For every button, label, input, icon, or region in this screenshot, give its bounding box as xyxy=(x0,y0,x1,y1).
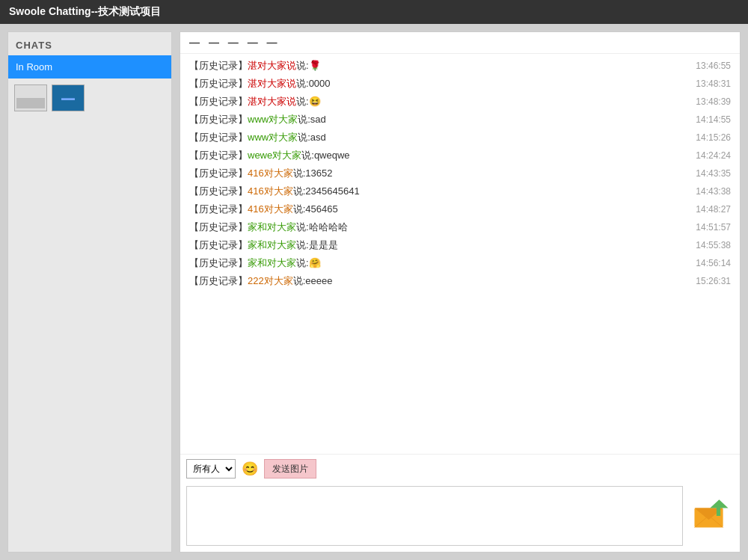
msg-content: 🤗 xyxy=(309,257,321,268)
message-text: 【历史记录】wewe对大家说:qweqwe xyxy=(189,149,681,162)
send-button[interactable] xyxy=(689,486,734,546)
message-time: 14:14:55 xyxy=(696,114,731,125)
send-image-label: 发送图片 xyxy=(272,464,308,474)
msg-sender: 湛对大家说 xyxy=(248,60,296,71)
message-time: 14:15:26 xyxy=(696,132,731,143)
msg-sender: 416对大家 xyxy=(248,203,293,215)
msg-content: qweqwe xyxy=(314,150,350,161)
send-envelope-icon xyxy=(692,496,731,535)
sidebar: CHATS In Room ▬▬ xyxy=(7,31,172,553)
message-text: 【历史记录】湛对大家说说:0000 xyxy=(189,77,681,90)
message-input[interactable] xyxy=(186,486,683,546)
send-image-button[interactable]: 发送图片 xyxy=(264,459,316,479)
message-text: 【历史记录】www对大家说:sad xyxy=(189,113,681,126)
msg-verb: 说: xyxy=(296,257,309,268)
message-row: 【历史记录】222对大家说:eeeee15:26:31 xyxy=(189,272,731,290)
msg-verb: 说: xyxy=(296,60,309,71)
message-time: 14:43:38 xyxy=(696,186,731,197)
message-time: 13:46:55 xyxy=(696,61,731,71)
msg-verb: 说: xyxy=(293,167,306,179)
msg-prefix: 【历史记录】 xyxy=(189,185,248,197)
msg-sender: www对大家 xyxy=(248,114,298,125)
titlebar: Swoole Chatting--技术测试项目 xyxy=(0,0,748,24)
messages-area[interactable]: 【历史记录】湛对大家说说:🌹13:46:55【历史记录】湛对大家说说:00001… xyxy=(180,54,740,454)
toolbar-row: 所有人 😊 发送图片 xyxy=(180,454,740,483)
msg-content: 13652 xyxy=(305,167,332,179)
msg-content: asd xyxy=(310,132,326,143)
msg-sender: 湛对大家说 xyxy=(248,96,296,107)
chat-header: — — — — — xyxy=(180,32,740,54)
msg-verb: 说: xyxy=(293,185,306,197)
emoji-button[interactable]: 😊 xyxy=(240,459,260,479)
emoji-icon: 😊 xyxy=(242,461,258,477)
message-row: 【历史记录】wewe对大家说:qweqwe14:24:24 xyxy=(189,147,731,164)
msg-prefix: 【历史记录】 xyxy=(189,167,248,179)
recipient-select[interactable]: 所有人 xyxy=(186,459,236,479)
msg-content: eeeee xyxy=(305,275,332,286)
msg-content: 😆 xyxy=(309,96,321,107)
message-text: 【历史记录】222对大家说:eeeee xyxy=(189,274,681,288)
room-thumb-1[interactable] xyxy=(14,84,47,111)
msg-verb: 说: xyxy=(298,132,310,143)
message-text: 【历史记录】416对大家说:13652 xyxy=(189,167,681,180)
msg-verb: 说: xyxy=(296,239,309,250)
message-text: 【历史记录】416对大家说:2345645641 xyxy=(189,185,681,198)
room-thumb-2[interactable]: ▬▬ xyxy=(52,84,85,111)
chat-panel: — — — — — 【历史记录】湛对大家说说:🌹13:46:55【历史记录】湛对… xyxy=(180,31,741,553)
msg-content: sad xyxy=(310,114,326,125)
msg-sender: 416对大家 xyxy=(248,167,293,179)
message-text: 【历史记录】家和对大家说:哈哈哈哈 xyxy=(189,221,681,234)
message-row: 【历史记录】416对大家说:234564564114:43:38 xyxy=(189,182,731,200)
message-text: 【历史记录】www对大家说:asd xyxy=(189,131,681,144)
msg-content: 是是是 xyxy=(309,239,338,250)
msg-prefix: 【历史记录】 xyxy=(189,96,248,107)
msg-prefix: 【历史记录】 xyxy=(189,132,248,143)
message-row: 【历史记录】家和对大家说:哈哈哈哈14:51:57 xyxy=(189,218,731,236)
msg-content: 2345645641 xyxy=(305,185,359,197)
msg-prefix: 【历史记录】 xyxy=(189,221,248,233)
message-time: 14:24:24 xyxy=(696,150,731,161)
message-text: 【历史记录】家和对大家说:是是是 xyxy=(189,239,681,252)
message-text: 【历史记录】416对大家说:456465 xyxy=(189,203,681,216)
msg-verb: 说: xyxy=(296,96,309,107)
message-row: 【历史记录】湛对大家说说:🌹13:46:55 xyxy=(189,57,731,75)
message-row: 【历史记录】416对大家说:1365214:43:35 xyxy=(189,164,731,182)
msg-content: 哈哈哈哈 xyxy=(309,221,348,233)
message-time: 13:48:39 xyxy=(696,96,731,107)
message-row: 【历史记录】湛对大家说说:😆13:48:39 xyxy=(189,93,731,111)
message-row: 【历史记录】家和对大家说:🤗14:56:14 xyxy=(189,254,731,272)
msg-prefix: 【历史记录】 xyxy=(189,60,248,71)
msg-prefix: 【历史记录】 xyxy=(189,203,248,215)
message-time: 14:43:35 xyxy=(696,168,731,179)
room-thumbnails: ▬▬ xyxy=(8,79,171,117)
chats-label: CHATS xyxy=(8,32,171,55)
msg-verb: 说: xyxy=(298,114,310,125)
message-time: 14:48:27 xyxy=(696,204,731,215)
msg-sender: 222对大家 xyxy=(248,275,293,286)
message-row: 【历史记录】www对大家说:asd14:15:26 xyxy=(189,129,731,147)
msg-sender: 家和对大家 xyxy=(248,239,296,250)
msg-prefix: 【历史记录】 xyxy=(189,275,248,286)
message-time: 13:48:31 xyxy=(696,79,731,89)
msg-content: 0000 xyxy=(309,78,331,89)
main-layout: CHATS In Room ▬▬ — — — — — 【历史记录】湛对大家说说:… xyxy=(0,24,748,560)
msg-sender: www对大家 xyxy=(248,132,298,143)
in-room-item[interactable]: In Room xyxy=(8,55,171,79)
msg-prefix: 【历史记录】 xyxy=(189,78,248,89)
msg-verb: 说: xyxy=(296,221,309,233)
in-room-label: In Room xyxy=(16,61,52,73)
message-row: 【历史记录】416对大家说:45646514:48:27 xyxy=(189,200,731,218)
message-time: 14:55:38 xyxy=(696,240,731,250)
msg-prefix: 【历史记录】 xyxy=(189,150,248,161)
msg-sender: 湛对大家说 xyxy=(248,78,296,89)
msg-verb: 说: xyxy=(301,150,314,161)
msg-verb: 说: xyxy=(293,275,306,286)
msg-content: 🌹 xyxy=(309,60,321,71)
message-time: 14:51:57 xyxy=(696,222,731,233)
message-row: 【历史记录】湛对大家说说:000013:48:31 xyxy=(189,75,731,93)
app-title: Swoole Chatting--技术测试项目 xyxy=(9,5,161,19)
msg-sender: wewe对大家 xyxy=(248,150,301,161)
message-time: 15:26:31 xyxy=(696,276,731,286)
msg-prefix: 【历史记录】 xyxy=(189,257,248,268)
input-row xyxy=(180,483,740,552)
